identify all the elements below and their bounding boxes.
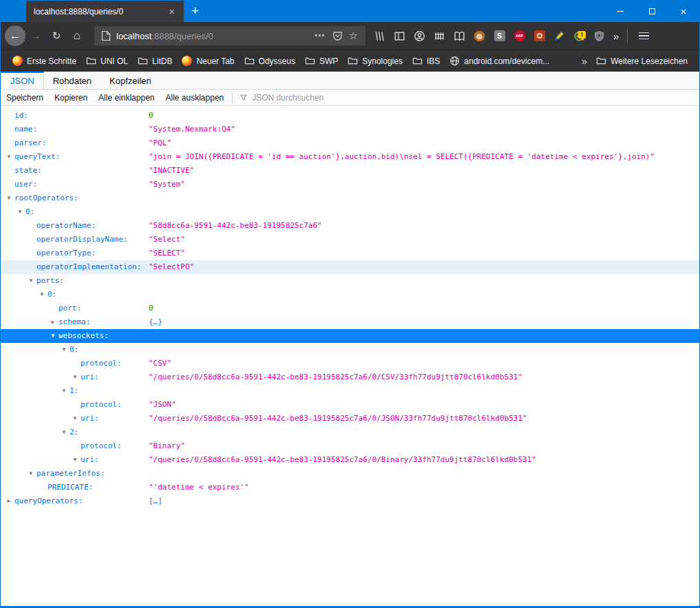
bookmark-label: SWP: [319, 56, 338, 66]
adblock-plus-button[interactable]: ABP: [509, 26, 529, 45]
settings-extension-button[interactable]: [529, 26, 549, 45]
home-button[interactable]: ⌂: [67, 25, 87, 46]
json-tree-row[interactable]: operatorType:"SELECT": [1, 247, 699, 260]
overflow-button[interactable]: »: [609, 30, 623, 42]
collapse-twisty-icon[interactable]: ▼: [61, 343, 67, 357]
json-tree-row[interactable]: ▼rootOperators:: [1, 191, 699, 205]
account-button[interactable]: [410, 26, 429, 45]
json-tree-row[interactable]: ▼uri:"/queries/0/58d8cc6a-9591-442c-be83…: [1, 453, 699, 467]
stylus-button[interactable]: S: [489, 26, 509, 45]
shield-extension-button[interactable]: [589, 26, 609, 45]
containers-button[interactable]: [429, 26, 449, 45]
collapse-twisty-icon[interactable]: ▼: [61, 426, 67, 439]
viewer-button-alle-ausklappen[interactable]: Alle ausklappen: [160, 93, 230, 103]
reader-button[interactable]: [449, 26, 469, 45]
pocket-button[interactable]: [330, 31, 346, 41]
viewer-tab-json[interactable]: JSON: [1, 72, 44, 89]
forward-icon: →: [30, 30, 41, 42]
collapse-twisty-icon[interactable]: ▼: [28, 467, 34, 481]
collapse-twisty-icon[interactable]: ▼: [72, 370, 78, 384]
json-tree-row[interactable]: port:0: [1, 302, 699, 315]
viewer-button-speichern[interactable]: Speichern: [1, 93, 49, 103]
collapse-twisty-icon[interactable]: ▼: [28, 274, 34, 288]
json-tree-row[interactable]: state:"INACTIVE": [1, 164, 699, 178]
json-tree-row[interactable]: PREDICATE:"'datetime < expires'": [1, 481, 699, 494]
back-button[interactable]: ←: [5, 25, 25, 46]
minimize-button[interactable]: [604, 1, 636, 22]
other-bookmarks-folder[interactable]: Weitere Lesezeichen: [591, 54, 692, 68]
json-value: "/queries/0/58d8cc6a-9591-442c-be83-1919…: [149, 453, 536, 467]
menu-button[interactable]: [632, 32, 656, 40]
page-actions-button[interactable]: •••: [310, 31, 330, 41]
json-tree-row[interactable]: parser:"PQL": [1, 136, 699, 150]
collapse-twisty-icon[interactable]: ▼: [61, 384, 67, 398]
bookmark-item[interactable]: IBS: [407, 54, 445, 68]
json-tree-row[interactable]: ▼uri:"/queries/0/58d8cc6a-9591-442c-be83…: [1, 412, 699, 426]
collapse-twisty-icon[interactable]: ▼: [39, 288, 45, 302]
globe-alert-button[interactable]: !: [569, 26, 589, 45]
json-tree-row[interactable]: ▶queryOperators:[…]: [1, 494, 699, 508]
bookmark-label: android.com/devicem...: [464, 56, 549, 66]
tampermonkey-button[interactable]: [469, 26, 489, 45]
browser-tab[interactable]: localhost:8888/queries/0 ×: [26, 1, 184, 22]
json-search[interactable]: [235, 93, 699, 103]
json-tree-row[interactable]: operatorName:"58d8cc6a-9591-442c-be83-19…: [1, 219, 699, 233]
viewer-tab-kopfzeilen[interactable]: Kopfzeilen: [100, 72, 160, 89]
json-tree-row[interactable]: ▼0:: [1, 343, 699, 357]
json-tree-row[interactable]: ▼websockets:: [1, 329, 699, 343]
bookmark-item[interactable]: Odysseus: [240, 54, 300, 68]
bookmark-item[interactable]: UNI OL: [81, 54, 133, 68]
expand-twisty-icon[interactable]: ▶: [50, 315, 56, 329]
json-tree-row[interactable]: ▼2:: [1, 426, 699, 439]
json-value: "/queries/0/58d8cc6a-9591-442c-be83-1919…: [149, 370, 522, 384]
account-icon: [414, 30, 425, 42]
json-tree-row[interactable]: ▼parameterInfos:: [1, 467, 699, 481]
new-tab-button[interactable]: +: [184, 1, 206, 22]
bookmarks-overflow-button[interactable]: »: [577, 55, 591, 67]
json-tree-row[interactable]: user:"System": [1, 178, 699, 191]
json-tree-row[interactable]: protocol:"Binary": [1, 439, 699, 453]
json-tree-row[interactable]: protocol:"CSV": [1, 357, 699, 370]
close-button[interactable]: ×: [668, 1, 699, 22]
json-tree-row[interactable]: operatorDisplayName:"Select": [1, 233, 699, 247]
collapse-twisty-icon[interactable]: ▼: [72, 412, 78, 426]
json-tree-row[interactable]: id:0: [1, 109, 699, 123]
json-search-input[interactable]: [252, 93, 403, 103]
json-tree-row[interactable]: operatorImplementation:"SelectPO": [1, 260, 699, 274]
json-tree-row[interactable]: ▼0:: [1, 288, 699, 302]
json-tree-row[interactable]: ▼0:: [1, 205, 699, 219]
bookmark-item[interactable]: LitDB: [133, 54, 177, 68]
json-tree-row[interactable]: ▼queryText:"join = JOIN({PREDICATE = 'id…: [1, 150, 699, 164]
reload-button[interactable]: ↻: [46, 25, 67, 46]
forward-button[interactable]: →: [25, 25, 46, 46]
json-value: {…}: [149, 315, 162, 329]
json-tree-row[interactable]: name:"System.Nexmark:Q4": [1, 123, 699, 136]
bookmark-item[interactable]: android.com/devicem...: [445, 54, 554, 68]
tab-close-icon[interactable]: ×: [165, 5, 178, 18]
viewer-tab-rohdaten[interactable]: Rohdaten: [44, 72, 100, 89]
json-tree-row[interactable]: ▼1:: [1, 384, 699, 398]
collapse-twisty-icon[interactable]: ▼: [72, 453, 78, 467]
json-tree-row[interactable]: ▼uri:"/queries/0/58d8cc6a-9591-442c-be83…: [1, 370, 699, 384]
json-tree-row[interactable]: protocol:"JSON": [1, 398, 699, 412]
bookmark-item[interactable]: Synologies: [343, 54, 407, 68]
pen-extension-button[interactable]: [549, 26, 569, 45]
collapse-twisty-icon[interactable]: ▼: [6, 191, 12, 205]
collapse-twisty-icon[interactable]: ▼: [6, 150, 12, 164]
expand-twisty-icon[interactable]: ▶: [6, 494, 12, 508]
bookmark-item[interactable]: Neuer Tab: [177, 54, 239, 68]
bookmark-star-button[interactable]: ☆: [346, 30, 361, 42]
collapse-twisty-icon[interactable]: ▼: [50, 329, 56, 343]
json-tree-row[interactable]: ▶schema:{…}: [1, 315, 699, 329]
library-button[interactable]: [370, 26, 390, 45]
bookmark-item[interactable]: SWP: [300, 54, 343, 68]
json-tree-row[interactable]: ▼ports:: [1, 274, 699, 288]
bookmark-item[interactable]: Erste Schritte: [8, 54, 81, 68]
url-bar[interactable]: localhost:8888/queries/0 ••• ☆: [94, 26, 365, 45]
stylus-icon: S: [494, 30, 505, 41]
sidebar-button[interactable]: [390, 26, 410, 45]
viewer-button-alle-einklappen[interactable]: Alle einklappen: [93, 93, 160, 103]
collapse-twisty-icon[interactable]: ▼: [17, 205, 23, 219]
viewer-button-kopieren[interactable]: Kopieren: [49, 93, 93, 103]
maximize-button[interactable]: [636, 1, 668, 22]
